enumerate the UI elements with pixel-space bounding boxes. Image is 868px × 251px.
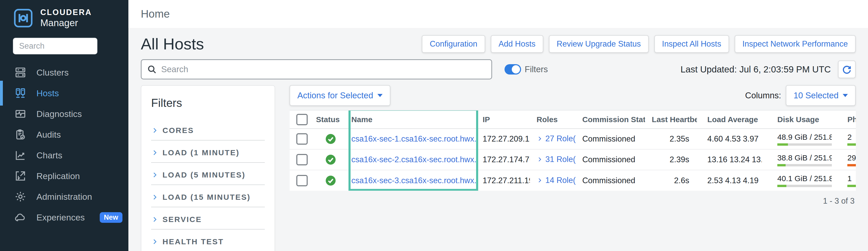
filter-item-cores[interactable]: CORES <box>151 118 265 140</box>
add-hosts-button[interactable]: Add Hosts <box>491 35 543 53</box>
host-name-link[interactable]: csa16x-sec-1.csa16x-sec.root.hwx.site <box>351 134 476 143</box>
disk-usage-cell: 38.8 GiB / 251.9 GiB <box>762 149 832 170</box>
header-status[interactable]: Status <box>309 111 345 129</box>
sidebar-item-replication[interactable]: Replication <box>0 166 128 186</box>
main: Home All Hosts Configuration Add Hosts R… <box>128 0 868 251</box>
disk-usage-bar <box>777 143 832 146</box>
brand-text: CLOUDERA Manager <box>40 8 92 28</box>
roles-link[interactable]: 27 Role(s) <box>536 134 576 143</box>
status-good-icon <box>325 175 337 187</box>
sidebar: CLOUDERA Manager Clusters Hosts Diagnost… <box>0 0 128 251</box>
row-checkbox[interactable] <box>296 175 308 186</box>
commission-state: Commissioned <box>576 170 645 191</box>
last-heartbeat: 2.39s <box>645 149 697 170</box>
physical-memory-cell: 29 <box>832 149 856 170</box>
hosts-icon <box>14 87 27 100</box>
table-header-row: Status Name IP Roles Commission State La… <box>289 111 856 129</box>
filters-toggle-label: Filters <box>525 64 548 74</box>
audits-icon <box>14 128 27 141</box>
header-last-heartbeat[interactable]: Last Heartbeat <box>645 111 697 129</box>
row-checkbox[interactable] <box>296 133 308 145</box>
configuration-button[interactable]: Configuration <box>422 35 485 53</box>
table-row: csa16x-sec-3.csa16x-sec.root.hwx.site 17… <box>289 170 856 191</box>
filters-panel: Filters CORES LOAD (1 MINUTE) LOAD (5 MI… <box>141 85 275 251</box>
last-heartbeat: 2.6s <box>645 170 697 191</box>
inspect-all-hosts-button[interactable]: Inspect All Hosts <box>654 35 729 53</box>
sidebar-item-charts[interactable]: Charts <box>0 145 128 166</box>
refresh-icon <box>842 64 852 75</box>
header-commission-state[interactable]: Commission State <box>576 111 645 129</box>
sidebar-search-input[interactable] <box>13 38 97 54</box>
sidebar-item-label: Experiences <box>36 213 85 223</box>
hosts-table-area: Actions for Selected Columns: 10 Selecte… <box>289 85 856 206</box>
administration-gear-icon <box>14 191 27 203</box>
table-controls: Actions for Selected Columns: 10 Selecte… <box>289 85 856 106</box>
roles-link[interactable]: 14 Role(s) <box>536 176 576 185</box>
physical-memory-cell: 1 <box>832 170 856 191</box>
commission-state: Commissioned <box>576 129 645 149</box>
hosts-search-box[interactable] <box>141 59 492 79</box>
refresh-button[interactable] <box>838 60 856 78</box>
sidebar-item-label: Charts <box>36 150 62 161</box>
filter-item-load-1-minute[interactable]: LOAD (1 MINUTE) <box>151 140 265 163</box>
cloud-icon <box>14 211 27 224</box>
table-row: csa16x-sec-2.csa16x-sec.root.hwx.site 17… <box>289 149 856 170</box>
sidebar-item-label: Audits <box>36 130 61 140</box>
last-updated-text: Last Updated: Jul 6, 2:03:59 PM UTC <box>680 64 831 75</box>
toggle-knob <box>512 65 520 74</box>
disk-usage-cell: 40.1 GiB / 251.8 GiB <box>762 170 832 191</box>
search-icon <box>147 64 157 75</box>
hosts-search-input[interactable] <box>161 64 486 75</box>
hosts-table: Status Name IP Roles Commission State La… <box>289 111 856 191</box>
filters-panel-title: Filters <box>151 96 265 109</box>
host-name-link[interactable]: csa16x-sec-3.csa16x-sec.root.hwx.site <box>351 176 476 185</box>
chevron-right-icon <box>151 149 158 156</box>
header-disk-usage[interactable]: Disk Usage <box>762 111 832 129</box>
select-all-checkbox[interactable] <box>296 114 308 125</box>
filter-item-load-15-minutes[interactable]: LOAD (15 MINUTES) <box>151 185 265 207</box>
filter-item-service[interactable]: SERVICE <box>151 207 265 229</box>
filters-toggle[interactable] <box>504 64 521 75</box>
sidebar-item-hosts[interactable]: Hosts <box>0 83 128 104</box>
charts-icon <box>14 149 27 162</box>
pagination: 1 - 3 of 3 <box>289 196 856 206</box>
breadcrumb[interactable]: Home <box>141 8 170 20</box>
actions-for-selected-button[interactable]: Actions for Selected <box>289 85 390 106</box>
header-load-average[interactable]: Load Average <box>697 111 762 129</box>
chevron-right-icon <box>536 156 543 163</box>
physical-memory-bar <box>847 185 856 187</box>
chevron-right-icon <box>151 238 158 245</box>
host-ip: 172.27.209.129 <box>476 129 530 149</box>
status-good-icon <box>325 133 337 145</box>
chevron-right-icon <box>151 171 158 178</box>
host-name-link[interactable]: csa16x-sec-2.csa16x-sec.root.hwx.site <box>351 155 476 164</box>
physical-memory-bar <box>847 143 856 146</box>
page-head: All Hosts Configuration Add Hosts Review… <box>128 28 868 55</box>
row-checkbox[interactable] <box>296 154 308 165</box>
content: All Hosts Configuration Add Hosts Review… <box>128 28 868 251</box>
diagnostics-icon <box>14 108 27 120</box>
caret-down-icon <box>377 94 382 97</box>
disk-usage-bar <box>777 185 832 187</box>
review-upgrade-status-button[interactable]: Review Upgrade Status <box>549 35 649 53</box>
sidebar-item-diagnostics[interactable]: Diagnostics <box>0 104 128 124</box>
roles-link[interactable]: 31 Role(s) <box>536 155 576 164</box>
header-physical-memory[interactable]: Phy <box>832 111 856 129</box>
header-name[interactable]: Name <box>345 111 476 129</box>
sidebar-item-audits[interactable]: Audits <box>0 124 128 145</box>
filter-item-health-test[interactable]: HEALTH TEST <box>151 229 265 251</box>
clusters-icon <box>14 66 27 79</box>
load-average: 2.53 4.13 4.19 <box>697 170 762 191</box>
sidebar-item-administration[interactable]: Administration <box>0 186 128 207</box>
cloudera-logo-icon <box>13 8 34 28</box>
columns-selector-button[interactable]: 10 Selected <box>786 85 856 106</box>
header-roles[interactable]: Roles <box>530 111 576 129</box>
inspect-network-performance-button[interactable]: Inspect Network Performance <box>735 35 856 53</box>
sidebar-item-clusters[interactable]: Clusters <box>0 62 128 83</box>
header-ip[interactable]: IP <box>476 111 530 129</box>
brand[interactable]: CLOUDERA Manager <box>0 0 128 34</box>
physical-memory-bar <box>847 164 856 166</box>
sidebar-item-experiences[interactable]: Experiences New <box>0 207 128 228</box>
toolbar: Filters Last Updated: Jul 6, 2:03:59 PM … <box>128 55 868 79</box>
filter-item-load-5-minutes[interactable]: LOAD (5 MINUTES) <box>151 163 265 185</box>
